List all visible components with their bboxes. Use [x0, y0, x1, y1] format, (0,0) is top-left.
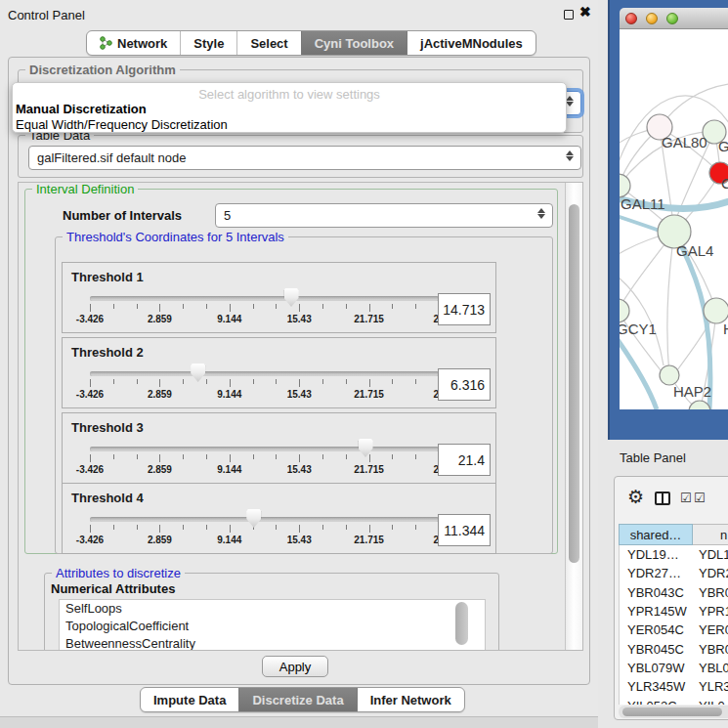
network-node-hap2[interactable] [660, 365, 679, 385]
threshold-value-field[interactable]: 6.316 [438, 368, 491, 401]
network-node-gcy1[interactable] [620, 299, 629, 322]
tick-mark [253, 454, 254, 459]
tick-label: 9.144 [217, 389, 241, 400]
dropdown-option-equal-width[interactable]: Equal Width/Frequency Discretization [16, 117, 228, 132]
float-icon[interactable] [564, 10, 574, 20]
checkbox-select-all-icon[interactable]: ☑ [694, 491, 706, 505]
tick-mark [369, 525, 370, 533]
table-row[interactable]: YBR045CYBR0 [620, 639, 728, 658]
cell-name: YBR0 [694, 642, 728, 657]
threshold-value-field[interactable]: 21.4 [438, 444, 491, 476]
tick-mark [369, 304, 370, 312]
tick-mark [369, 454, 370, 462]
close-traffic-light-icon[interactable] [625, 13, 637, 24]
combo-arrows-icon [566, 96, 574, 107]
combo-arrows-icon [566, 150, 574, 161]
table-row[interactable]: YBL079WYBL0 [620, 659, 728, 677]
tick-mark [392, 379, 393, 384]
tick-mark [206, 525, 207, 530]
slider-tick-labels: -3.4262.8599.14415.4321.71528 [90, 535, 439, 546]
table-header-row: shared… n [619, 524, 728, 545]
attributes-scrollbar[interactable] [455, 602, 468, 645]
threshold-value-field[interactable]: 14.713 [438, 293, 491, 325]
slider-tick-labels: -3.4262.8599.14415.4321.71528 [90, 464, 439, 476]
thresholds-group-title: Threshold's Coordinates for 5 Intervals [63, 230, 288, 244]
tab-style[interactable]: Style [180, 31, 236, 55]
tab-network[interactable]: Network [87, 31, 180, 55]
tab-discretize-data[interactable]: Discretize Data [238, 688, 356, 711]
table-row[interactable]: YDL19…YDL1 [620, 545, 728, 564]
tick-label: -3.426 [76, 314, 104, 324]
slider-track[interactable] [90, 371, 439, 376]
table-row[interactable]: YLR345WYLR3 [620, 677, 728, 696]
panel-title: Control Panel [8, 8, 85, 22]
discretization-algorithm-title: Discretization Algorithm [25, 63, 180, 77]
num-intervals-label: Number of Intervals [63, 208, 182, 223]
table-row[interactable]: YIL052CYIL0 [620, 696, 728, 705]
close-icon[interactable]: ✖ [579, 4, 591, 20]
tick-label: 9.144 [217, 464, 241, 475]
table-data-combobox[interactable]: galFiltered.sif default node [28, 146, 581, 170]
tick-mark [415, 379, 416, 384]
tab-infer-network[interactable]: Infer Network [357, 688, 464, 711]
attribute-list-item[interactable]: SelfLoops [60, 600, 485, 618]
gear-icon[interactable]: ⚙ [627, 486, 644, 508]
table-row[interactable]: YDR27…YDR2 [620, 564, 728, 582]
apply-button[interactable]: Apply [262, 656, 328, 677]
tick-label: 15.43 [287, 389, 312, 400]
network-node[interactable] [689, 401, 710, 409]
slider-track[interactable] [90, 447, 439, 451]
tick-mark [230, 379, 231, 387]
node-label: GAL80 [662, 134, 707, 150]
network-window-titlebar[interactable] [620, 8, 728, 29]
table-row[interactable]: YBR043CYBR0 [620, 583, 728, 602]
top-tab-bar: NetworkStyleSelectCyni ToolboxjActiveMNo… [86, 30, 536, 56]
minimize-traffic-light-icon[interactable] [646, 13, 658, 24]
table-hscrollbar-thumb[interactable] [622, 707, 722, 716]
table-row[interactable]: YER054CYER0 [620, 621, 728, 639]
tick-mark [276, 454, 277, 459]
tick-mark [299, 304, 300, 312]
tab-jactivemnodules[interactable]: jActiveMNodules [407, 31, 535, 55]
scrollpane-scrollbar-track[interactable] [565, 183, 583, 650]
slider-track[interactable] [90, 296, 439, 301]
column-header-shared-name[interactable]: shared… [619, 524, 693, 545]
column-header-name[interactable]: n [693, 524, 728, 545]
zoom-traffic-light-icon[interactable] [666, 13, 678, 24]
dropdown-placeholder: Select algorithm to view settings [13, 87, 566, 102]
cell-name: YBL0 [694, 661, 728, 675]
tab-select[interactable]: Select [236, 31, 300, 55]
slider-track[interactable] [90, 517, 439, 522]
tick-mark [137, 525, 138, 530]
node-label: GAL11 [621, 195, 665, 212]
attribute-list-item[interactable]: BetweennessCentrality [60, 635, 485, 651]
numerical-attributes-list[interactable]: SelfLoopsTopologicalCoefficientBetweenne… [59, 599, 486, 651]
checkbox-select-icon[interactable]: ☑ [680, 491, 692, 505]
num-intervals-combobox[interactable]: 5 [215, 203, 553, 228]
tick-mark [392, 525, 393, 530]
tab-cyni-toolbox[interactable]: Cyni Toolbox [301, 31, 407, 55]
tick-mark [322, 304, 323, 309]
numerical-attributes-heading: Numerical Attributes [51, 581, 175, 596]
table-row[interactable]: YPR145WYPR1 [620, 602, 728, 621]
tick-label: 2.859 [148, 389, 172, 400]
network-view-canvas[interactable]: GAL80GACGAL11GAL4GCY1HHAP2 [620, 29, 728, 409]
table-hscrollbar-track[interactable] [619, 706, 728, 718]
tick-label: 21.715 [354, 314, 384, 324]
dropdown-option-manual[interactable]: Manual Discretization [16, 102, 147, 116]
slider-tick-labels: -3.4262.8599.14415.4321.71528 [90, 389, 439, 401]
threshold-row: Threshold 1-3.4262.8599.14415.4321.71528… [62, 262, 496, 333]
tab-label: Style [193, 36, 224, 51]
column-layout-icon[interactable] [655, 492, 670, 505]
tab-impute-data[interactable]: Impute Data [141, 688, 238, 711]
tick-label: 2.859 [148, 464, 172, 475]
threshold-value-field[interactable]: 11.344 [438, 514, 491, 546]
scrollpane-scrollbar-thumb[interactable] [569, 204, 579, 563]
cell-name: YIL0 [694, 699, 725, 705]
slider-ticks [90, 454, 439, 464]
tab-label: Cyni Toolbox [315, 36, 394, 51]
cell-shared-name: YDL19… [620, 547, 694, 562]
attribute-list-item[interactable]: TopologicalCoefficient [60, 618, 485, 635]
combo-arrows-icon [537, 208, 545, 219]
tick-mark [183, 304, 184, 309]
